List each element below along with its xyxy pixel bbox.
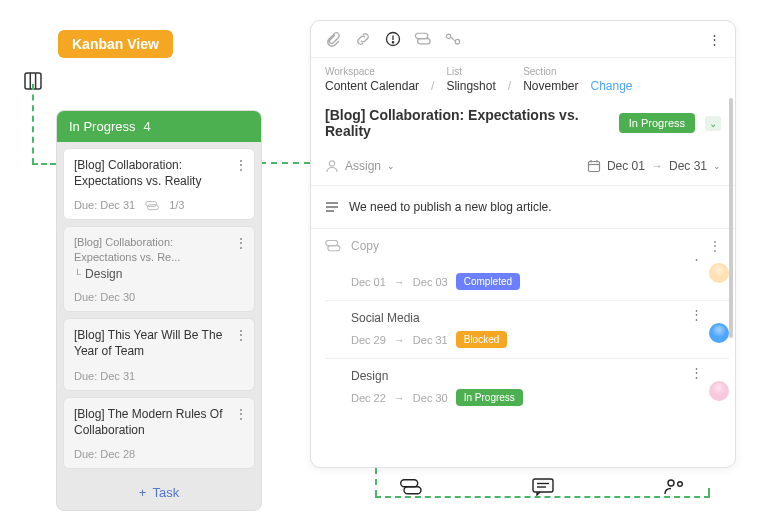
subtask-date-start: Dec 29 — [351, 334, 386, 346]
task-detail-panel: ⋮ Workspace Content Calendar / List Slin… — [310, 20, 736, 468]
breadcrumb-section-label: Section — [523, 66, 578, 77]
task-title[interactable]: [Blog] Collaboration: Expectations vs. R… — [325, 107, 611, 139]
bottom-icon-row — [400, 478, 686, 499]
add-task-button[interactable]: + Task — [57, 475, 261, 510]
status-pill[interactable]: In Progress — [619, 113, 695, 133]
subtask-item[interactable]: Design Dec 22 → Dec 30 In Progress ⋮ — [325, 358, 729, 416]
date-range-button[interactable]: Dec 01 → Dec 31 ⌄ — [587, 159, 721, 173]
avatar[interactable] — [709, 381, 729, 401]
connector-line — [375, 468, 377, 496]
more-icon[interactable]: ⋮ — [708, 32, 721, 47]
chevron-down-icon: ⌄ — [713, 161, 721, 171]
svg-rect-8 — [415, 33, 427, 38]
kanban-column-title: In Progress — [69, 119, 135, 134]
subtask-list: Dec 01 → Dec 03 Completed ⋮ Social Media… — [311, 257, 735, 426]
svg-rect-24 — [533, 479, 553, 492]
attachment-icon[interactable] — [325, 31, 341, 47]
subtask-icon[interactable] — [415, 31, 431, 47]
card-title: [Blog] Collaboration: Expectations vs. R… — [74, 157, 244, 189]
status-badge: Completed — [456, 273, 520, 290]
subtask-icon — [400, 478, 422, 499]
svg-point-10 — [446, 34, 450, 38]
more-icon[interactable]: ⋮ — [690, 365, 703, 380]
svg-rect-22 — [401, 480, 418, 487]
kanban-card[interactable]: [Blog] Collaboration: Expectations vs. R… — [63, 226, 255, 312]
subtask-date-start: Dec 01 — [351, 276, 386, 288]
date-end: Dec 31 — [669, 159, 707, 173]
task-description[interactable]: We need to publish a new blog article. — [311, 186, 735, 229]
dependency-icon[interactable] — [445, 31, 461, 47]
more-icon[interactable]: ⋮ — [690, 257, 703, 262]
subtask-item[interactable]: Social Media Dec 29 → Dec 31 Blocked ⋮ — [325, 300, 729, 358]
connector-line — [260, 162, 310, 164]
task-description-text: We need to publish a new blog article. — [349, 200, 552, 214]
avatar[interactable] — [709, 263, 729, 283]
connector-line — [32, 163, 56, 165]
card-due: Due: Dec 28 — [74, 448, 135, 460]
child-indicator-icon: └ — [74, 269, 81, 280]
people-icon — [664, 478, 686, 499]
connector-line — [708, 488, 710, 498]
subtask-name: Social Media — [351, 311, 721, 325]
card-title: [Blog] The Modern Rules Of Collaboration — [74, 406, 244, 438]
card-due: Due: Dec 30 — [74, 291, 135, 303]
svg-point-28 — [678, 482, 683, 487]
add-task-label: Task — [152, 485, 179, 500]
kanban-card[interactable]: [Blog] This Year Will Be The Year of Tea… — [63, 318, 255, 390]
kanban-column-count: 4 — [143, 119, 150, 134]
panel-toolbar: ⋮ — [311, 21, 735, 58]
arrow-right-icon: → — [651, 159, 663, 173]
card-title: [Blog] This Year Will Be The Year of Tea… — [74, 327, 244, 359]
card-due: Due: Dec 31 — [74, 370, 135, 382]
subtasks-label: Copy — [351, 239, 379, 253]
connector-line — [32, 84, 34, 164]
assign-button[interactable]: Assign ⌄ — [325, 159, 395, 173]
more-icon[interactable]: ⋮ — [234, 327, 248, 343]
comment-big-icon — [532, 478, 554, 499]
breadcrumb: Workspace Content Calendar / List Slings… — [311, 58, 735, 93]
scrollbar[interactable] — [729, 98, 733, 338]
breadcrumb-list-label: List — [446, 66, 495, 77]
svg-point-7 — [392, 42, 393, 43]
status-dropdown-icon[interactable]: ⌄ — [705, 116, 721, 131]
more-icon[interactable]: ⋮ — [690, 307, 703, 322]
arrow-right-icon: → — [394, 334, 405, 346]
svg-point-11 — [455, 39, 459, 43]
card-due: Due: Dec 31 — [74, 199, 135, 211]
priority-icon[interactable] — [385, 31, 401, 47]
card-comments: 1/3 — [169, 199, 184, 211]
arrow-right-icon: → — [394, 392, 405, 404]
more-icon[interactable]: ⋮ — [234, 406, 248, 422]
svg-rect-9 — [418, 39, 430, 44]
assign-label: Assign — [345, 159, 381, 173]
subtask-item[interactable]: Dec 01 → Dec 03 Completed ⋮ — [325, 261, 729, 300]
status-badge: In Progress — [456, 389, 523, 406]
breadcrumb-workspace[interactable]: Content Calendar — [325, 79, 419, 93]
arrow-right-icon: → — [394, 276, 405, 288]
more-icon[interactable]: ⋮ — [709, 239, 721, 253]
breadcrumb-list[interactable]: Slingshot — [446, 79, 495, 93]
kanban-card[interactable]: [Blog] The Modern Rules Of Collaboration… — [63, 397, 255, 469]
kanban-card[interactable]: [Blog] Collaboration: Expectations vs. R… — [63, 148, 255, 220]
breadcrumb-workspace-label: Workspace — [325, 66, 419, 77]
subtask-name: Design — [351, 369, 721, 383]
subtask-date-end: Dec 31 — [413, 334, 448, 346]
kanban-view-badge: Kanban View — [58, 30, 173, 58]
breadcrumb-section[interactable]: November — [523, 79, 578, 93]
breadcrumb-change-link[interactable]: Change — [590, 79, 632, 93]
kanban-column-header: In Progress 4 — [57, 111, 261, 142]
comment-icon — [145, 199, 159, 211]
kanban-column: In Progress 4 [Blog] Collaboration: Expe… — [56, 110, 262, 511]
avatar[interactable] — [709, 323, 729, 343]
more-icon[interactable]: ⋮ — [234, 157, 248, 173]
subtask-date-end: Dec 30 — [413, 392, 448, 404]
link-icon[interactable] — [355, 31, 371, 47]
chevron-down-icon: ⌄ — [387, 161, 395, 171]
plus-icon: + — [139, 485, 147, 500]
svg-point-12 — [329, 161, 334, 166]
svg-rect-23 — [404, 487, 421, 494]
subtask-date-end: Dec 03 — [413, 276, 448, 288]
svg-rect-20 — [326, 240, 338, 245]
status-badge: Blocked — [456, 331, 508, 348]
more-icon[interactable]: ⋮ — [234, 235, 248, 251]
